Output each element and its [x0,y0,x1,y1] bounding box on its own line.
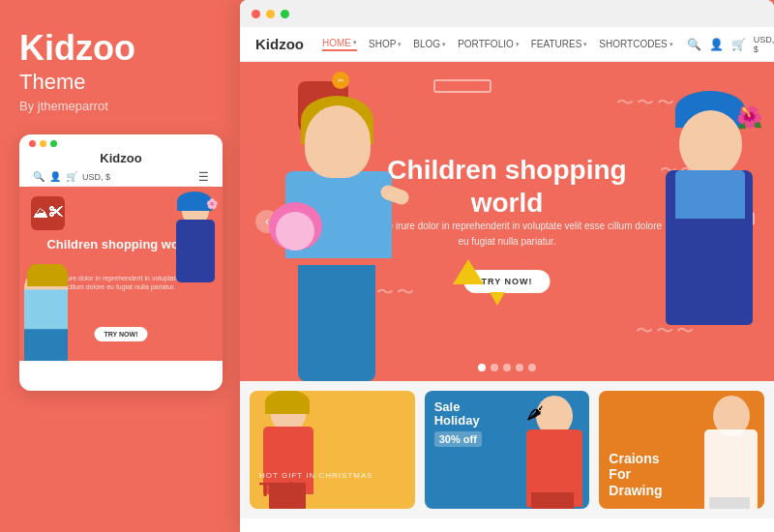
baby-flower-icon: 🌺 [736,105,762,131]
nav-link-features[interactable]: FEATURES ▾ [531,39,588,49]
mobile-search-icon: 🔍 [33,171,45,182]
browser-mockup: Kidzoo HOME ▾ SHOP ▾ BLOG ▾ PORTFOLIO ▾ … [240,0,774,532]
hero-dot-3[interactable] [503,364,511,371]
product-card-crayons[interactable]: Craions For Drawing [599,391,764,509]
mobile-currency: USD, $ [82,172,110,182]
nav-link-portfolio[interactable]: PORTFOLIO ▾ [458,39,520,49]
nav-link-home[interactable]: HOME ▾ [322,38,357,51]
mobile-brand-name: Kidzoo [29,151,213,165]
mobile-dot-green [50,140,57,147]
hot-gift-card-text: Hot gift in Christmas Train [259,471,405,499]
shortcodes-chevron-icon: ▾ [670,41,673,48]
hero-baby-figure: 🌺 [658,91,764,347]
brand-subtitle: Theme [19,70,221,95]
site-nav-links: HOME ▾ SHOP ▾ BLOG ▾ PORTFOLIO ▾ FEATURE… [322,38,673,51]
mobile-hero: ⛰✂ Children shopping world Duis aute iru… [19,187,223,361]
mobile-nav-icons: 🔍 👤 🛒 USD, $ ☰ [29,168,213,187]
brand-author: By jthemeparrot [19,99,221,113]
triangle-yellow [453,259,484,284]
cart-icon[interactable]: 🛒 [731,38,746,51]
mobile-header: Kidzoo 🔍 👤 🛒 USD, $ ☰ [19,134,223,187]
brand-title: Kidzoo [19,29,221,68]
blue-card-child: 🌶 [521,396,584,509]
mobile-logo-icon: ⛰✂ [33,204,64,222]
orange-card-child [701,396,759,509]
sale-holiday-label: SaleHoliday [434,400,482,429]
home-chevron-icon: ▾ [353,39,357,46]
deco-rect-top [433,79,491,93]
user-icon[interactable]: 👤 [709,38,724,51]
mobile-cart-icon: 🛒 [66,171,77,182]
product-card-hot-gift[interactable]: Hot gift in Christmas Train [250,391,415,509]
hero-logo-badge: ✂ [332,72,349,89]
mobile-hamburger-icon[interactable]: ☰ [198,170,209,184]
shop-chevron-icon: ▾ [398,41,402,48]
triangle-yellow-small [490,292,505,306]
hero-slider-dots [478,364,536,371]
mobile-nav-left: 🔍 👤 🛒 USD, $ [33,171,110,182]
mobile-girl-figure [19,264,73,361]
mobile-baby-figure: 🌸 [174,196,218,288]
left-panel: Kidzoo Theme By jthemeparrot Kidzoo 🔍 👤 … [0,0,240,532]
sale-off-label: 30% off [434,431,482,447]
nav-link-shop[interactable]: SHOP ▾ [369,39,402,49]
products-section: Hot gift in Christmas Train SaleHoliday … [240,381,774,518]
site-nav-icons: 🔍 👤 🛒 USD, $ [687,35,774,54]
mobile-dots [29,140,213,147]
search-icon[interactable]: 🔍 [687,38,701,51]
train-label: Train [259,480,405,499]
sale-badge-area: SaleHoliday 30% off [434,400,482,447]
hero-dot-1[interactable] [478,364,486,371]
mobile-mockup: Kidzoo 🔍 👤 🛒 USD, $ ☰ ⛰✂ Children shoppi… [19,134,223,391]
nav-link-shortcodes[interactable]: SHORTCODES ▾ [599,39,672,49]
blue-card-icon: 🌶 [526,403,544,424]
blog-chevron-icon: ▾ [442,41,446,48]
mobile-dot-yellow [40,140,46,147]
mobile-logo-box: ⛰✂ [31,196,65,230]
hero-girl-figure [264,96,414,381]
features-chevron-icon: ▾ [583,41,587,48]
mobile-user-icon: 👤 [49,171,61,182]
mobile-dot-red [29,140,36,147]
product-card-sale-holiday[interactable]: SaleHoliday 30% off 🌶 [425,391,590,509]
mobile-try-now-button[interactable]: TRY NOW! [95,327,148,341]
nav-link-blog[interactable]: BLOG ▾ [413,39,446,49]
hero-dot-2[interactable] [491,364,498,371]
portfolio-chevron-icon: ▾ [516,41,520,48]
browser-dot-green [281,10,289,18]
browser-dot-red [252,10,260,18]
browser-bar [240,0,774,27]
hero-section: 〜〜〜 〜〜〜 〜〜〜 〜〜〜 ⛰ ✂ Children shopping wo… [240,62,774,381]
site-logo: Kidzoo [255,36,309,52]
site-nav: Kidzoo HOME ▾ SHOP ▾ BLOG ▾ PORTFOLIO ▾ … [240,27,774,62]
currency-label[interactable]: USD, $ [754,35,774,54]
hero-dot-4[interactable] [516,364,523,371]
browser-dot-yellow [266,10,275,18]
hero-dot-5[interactable] [528,364,536,371]
